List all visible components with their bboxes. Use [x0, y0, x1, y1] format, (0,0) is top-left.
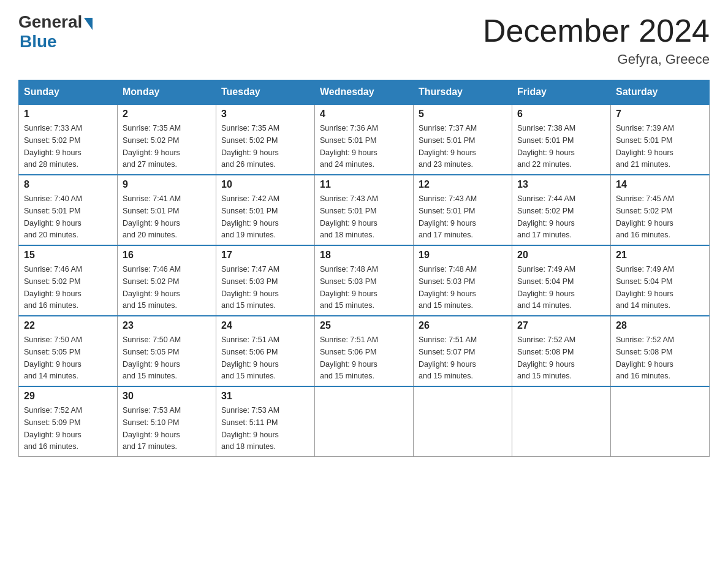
calendar-cell: 20 Sunrise: 7:49 AMSunset: 5:04 PMDaylig… — [512, 245, 611, 316]
calendar-header-sunday: Sunday — [19, 80, 118, 105]
calendar-cell: 28 Sunrise: 7:52 AMSunset: 5:08 PMDaylig… — [611, 316, 710, 386]
calendar-table: SundayMondayTuesdayWednesdayThursdayFrid… — [18, 80, 710, 457]
calendar-cell: 3 Sunrise: 7:35 AMSunset: 5:02 PMDayligh… — [216, 104, 315, 175]
calendar-cell: 9 Sunrise: 7:41 AMSunset: 5:01 PMDayligh… — [118, 175, 216, 245]
calendar-cell: 11 Sunrise: 7:43 AMSunset: 5:01 PMDaylig… — [315, 175, 414, 245]
day-number: 17 — [221, 250, 309, 261]
day-info: Sunrise: 7:51 AMSunset: 5:06 PMDaylight:… — [320, 335, 378, 380]
calendar-cell: 19 Sunrise: 7:48 AMSunset: 5:03 PMDaylig… — [414, 245, 512, 316]
calendar-cell: 22 Sunrise: 7:50 AMSunset: 5:05 PMDaylig… — [19, 316, 118, 386]
day-number: 23 — [123, 320, 211, 331]
calendar-cell — [315, 386, 414, 457]
day-number: 30 — [123, 391, 211, 402]
day-number: 19 — [419, 250, 507, 261]
logo-triangle-icon — [84, 18, 93, 30]
calendar-header-monday: Monday — [118, 80, 216, 105]
day-info: Sunrise: 7:49 AMSunset: 5:04 PMDaylight:… — [517, 265, 575, 310]
calendar-cell: 12 Sunrise: 7:43 AMSunset: 5:01 PMDaylig… — [414, 175, 512, 245]
calendar-cell: 2 Sunrise: 7:35 AMSunset: 5:02 PMDayligh… — [118, 104, 216, 175]
calendar-cell — [611, 386, 710, 457]
day-number: 21 — [616, 250, 704, 261]
day-number: 11 — [320, 179, 408, 190]
day-number: 16 — [123, 250, 211, 261]
day-info: Sunrise: 7:53 AMSunset: 5:11 PMDaylight:… — [221, 406, 279, 451]
day-number: 20 — [517, 250, 605, 261]
day-info: Sunrise: 7:48 AMSunset: 5:03 PMDaylight:… — [320, 265, 378, 310]
calendar-header-saturday: Saturday — [611, 80, 710, 105]
day-number: 5 — [419, 109, 507, 120]
day-info: Sunrise: 7:43 AMSunset: 5:01 PMDaylight:… — [320, 194, 378, 239]
day-number: 27 — [517, 320, 605, 331]
calendar-cell: 30 Sunrise: 7:53 AMSunset: 5:10 PMDaylig… — [118, 386, 216, 457]
day-info: Sunrise: 7:50 AMSunset: 5:05 PMDaylight:… — [24, 335, 82, 380]
day-info: Sunrise: 7:43 AMSunset: 5:01 PMDaylight:… — [419, 194, 477, 239]
calendar-header-friday: Friday — [512, 80, 611, 105]
calendar-cell: 1 Sunrise: 7:33 AMSunset: 5:02 PMDayligh… — [19, 104, 118, 175]
day-number: 3 — [221, 109, 309, 120]
calendar-cell: 21 Sunrise: 7:49 AMSunset: 5:04 PMDaylig… — [611, 245, 710, 316]
calendar-cell — [512, 386, 611, 457]
day-info: Sunrise: 7:38 AMSunset: 5:01 PMDaylight:… — [517, 124, 575, 169]
day-number: 29 — [24, 391, 112, 402]
day-info: Sunrise: 7:46 AMSunset: 5:02 PMDaylight:… — [24, 265, 82, 310]
calendar-header-wednesday: Wednesday — [315, 80, 414, 105]
day-info: Sunrise: 7:33 AMSunset: 5:02 PMDaylight:… — [24, 124, 82, 169]
day-number: 2 — [123, 109, 211, 120]
day-info: Sunrise: 7:52 AMSunset: 5:09 PMDaylight:… — [24, 406, 82, 451]
day-number: 10 — [221, 179, 309, 190]
calendar-cell: 27 Sunrise: 7:52 AMSunset: 5:08 PMDaylig… — [512, 316, 611, 386]
day-info: Sunrise: 7:45 AMSunset: 5:02 PMDaylight:… — [616, 194, 674, 239]
day-info: Sunrise: 7:36 AMSunset: 5:01 PMDaylight:… — [320, 124, 378, 169]
day-number: 26 — [419, 320, 507, 331]
day-number: 28 — [616, 320, 704, 331]
day-info: Sunrise: 7:51 AMSunset: 5:06 PMDaylight:… — [221, 335, 279, 380]
calendar-cell: 15 Sunrise: 7:46 AMSunset: 5:02 PMDaylig… — [19, 245, 118, 316]
calendar-cell: 7 Sunrise: 7:39 AMSunset: 5:01 PMDayligh… — [611, 104, 710, 175]
calendar-cell: 31 Sunrise: 7:53 AMSunset: 5:11 PMDaylig… — [216, 386, 315, 457]
day-info: Sunrise: 7:44 AMSunset: 5:02 PMDaylight:… — [517, 194, 575, 239]
calendar-header-thursday: Thursday — [414, 80, 512, 105]
calendar-cell: 24 Sunrise: 7:51 AMSunset: 5:06 PMDaylig… — [216, 316, 315, 386]
day-number: 6 — [517, 109, 605, 120]
day-number: 24 — [221, 320, 309, 331]
day-info: Sunrise: 7:35 AMSunset: 5:02 PMDaylight:… — [221, 124, 279, 169]
day-info: Sunrise: 7:49 AMSunset: 5:04 PMDaylight:… — [616, 265, 674, 310]
day-number: 13 — [517, 179, 605, 190]
day-number: 8 — [24, 179, 112, 190]
month-title: December 2024 — [483, 12, 710, 49]
calendar-cell: 23 Sunrise: 7:50 AMSunset: 5:05 PMDaylig… — [118, 316, 216, 386]
calendar-cell: 18 Sunrise: 7:48 AMSunset: 5:03 PMDaylig… — [315, 245, 414, 316]
calendar-cell: 29 Sunrise: 7:52 AMSunset: 5:09 PMDaylig… — [19, 386, 118, 457]
day-number: 7 — [616, 109, 704, 120]
day-info: Sunrise: 7:46 AMSunset: 5:02 PMDaylight:… — [123, 265, 181, 310]
page-header: General Blue December 2024 Gefyra, Greec… — [18, 12, 710, 67]
calendar-cell: 17 Sunrise: 7:47 AMSunset: 5:03 PMDaylig… — [216, 245, 315, 316]
day-info: Sunrise: 7:41 AMSunset: 5:01 PMDaylight:… — [123, 194, 181, 239]
calendar-cell: 10 Sunrise: 7:42 AMSunset: 5:01 PMDaylig… — [216, 175, 315, 245]
calendar-cell: 5 Sunrise: 7:37 AMSunset: 5:01 PMDayligh… — [414, 104, 512, 175]
day-number: 18 — [320, 250, 408, 261]
day-number: 9 — [123, 179, 211, 190]
title-area: December 2024 Gefyra, Greece — [483, 12, 710, 67]
day-number: 4 — [320, 109, 408, 120]
day-number: 14 — [616, 179, 704, 190]
calendar-cell: 13 Sunrise: 7:44 AMSunset: 5:02 PMDaylig… — [512, 175, 611, 245]
day-info: Sunrise: 7:50 AMSunset: 5:05 PMDaylight:… — [123, 335, 181, 380]
calendar-header-tuesday: Tuesday — [216, 80, 315, 105]
calendar-cell: 25 Sunrise: 7:51 AMSunset: 5:06 PMDaylig… — [315, 316, 414, 386]
day-info: Sunrise: 7:35 AMSunset: 5:02 PMDaylight:… — [123, 124, 181, 169]
calendar-cell: 8 Sunrise: 7:40 AMSunset: 5:01 PMDayligh… — [19, 175, 118, 245]
logo: General Blue — [18, 12, 93, 52]
day-number: 25 — [320, 320, 408, 331]
day-info: Sunrise: 7:40 AMSunset: 5:01 PMDaylight:… — [24, 194, 82, 239]
logo-blue-text: Blue — [20, 32, 57, 52]
calendar-cell: 14 Sunrise: 7:45 AMSunset: 5:02 PMDaylig… — [611, 175, 710, 245]
logo-general-text: General — [18, 12, 82, 32]
day-info: Sunrise: 7:47 AMSunset: 5:03 PMDaylight:… — [221, 265, 279, 310]
day-info: Sunrise: 7:37 AMSunset: 5:01 PMDaylight:… — [419, 124, 477, 169]
calendar-cell: 26 Sunrise: 7:51 AMSunset: 5:07 PMDaylig… — [414, 316, 512, 386]
location-text: Gefyra, Greece — [483, 52, 710, 67]
day-number: 1 — [24, 109, 112, 120]
day-info: Sunrise: 7:42 AMSunset: 5:01 PMDaylight:… — [221, 194, 279, 239]
day-info: Sunrise: 7:53 AMSunset: 5:10 PMDaylight:… — [123, 406, 181, 451]
